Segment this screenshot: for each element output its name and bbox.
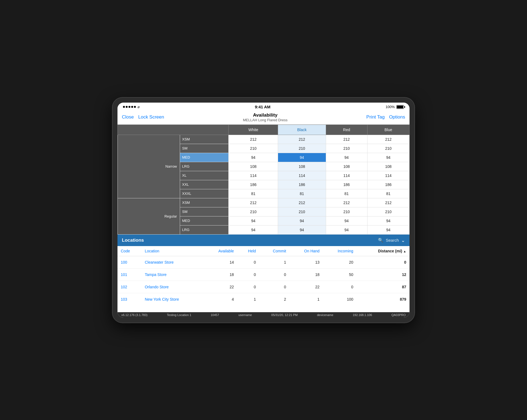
avail-size-cell[interactable]: LRG xyxy=(180,225,229,234)
avail-value-cell[interactable]: 210 xyxy=(278,144,326,153)
location-name[interactable]: New York City Store xyxy=(141,293,203,305)
avail-value-cell[interactable]: 212 xyxy=(229,198,278,207)
avail-value-cell[interactable]: 114 xyxy=(326,171,367,180)
avail-value-cell[interactable]: 212 xyxy=(367,198,409,207)
avail-value-cell[interactable]: 108 xyxy=(326,162,367,171)
avail-value-cell[interactable]: 94 xyxy=(229,216,278,225)
avail-value-cell[interactable]: 186 xyxy=(367,180,409,189)
avail-size-cell[interactable]: XSM xyxy=(180,135,229,144)
avail-value-cell[interactable]: 81 xyxy=(326,189,367,198)
avail-value-cell[interactable]: 81 xyxy=(367,189,409,198)
close-button[interactable]: Close xyxy=(122,114,134,120)
location-distance: 879 xyxy=(357,293,410,305)
location-onhand: 18 xyxy=(289,268,323,281)
avail-value-cell[interactable]: 210 xyxy=(326,144,367,153)
location-row: 103New York City Store4121100879 xyxy=(117,293,410,305)
location-held: 0 xyxy=(237,256,259,268)
avail-value-cell[interactable]: 94 xyxy=(367,216,409,225)
location-code[interactable]: 101 xyxy=(117,268,141,281)
locations-col-header-distance[interactable]: Distance (mi) ▲ xyxy=(357,246,410,256)
status-footer: v6.12.176 (3.1.783) Testing Location 1 1… xyxy=(117,312,410,318)
avail-value-cell[interactable]: 94 xyxy=(326,225,367,234)
locations-col-header-available: Available xyxy=(203,246,237,256)
avail-value-cell[interactable]: 210 xyxy=(229,207,278,216)
location-held: 1 xyxy=(237,293,259,305)
avail-size-cell[interactable]: SM xyxy=(180,207,229,216)
signal-dot-5 xyxy=(134,106,136,108)
status-time: 9:41 AM xyxy=(140,105,386,109)
location-commit: 2 xyxy=(259,293,289,305)
avail-value-cell[interactable]: 114 xyxy=(229,171,278,180)
location-code[interactable]: 102 xyxy=(117,281,141,293)
lock-screen-button[interactable]: Lock Screen xyxy=(138,114,164,120)
location-incoming: 20 xyxy=(323,256,357,268)
col-header-red[interactable]: Red xyxy=(326,125,367,135)
avail-value-cell[interactable]: 212 xyxy=(367,135,409,144)
avail-value-cell[interactable]: 94 xyxy=(367,225,409,234)
location-name[interactable]: Tampa Store xyxy=(141,268,203,281)
avail-value-cell[interactable]: 94 xyxy=(326,153,367,162)
search-label: Search xyxy=(386,238,399,243)
location-name[interactable]: Clearwater Store xyxy=(141,256,203,268)
avail-row: RegularXSM212212212212 xyxy=(118,198,410,207)
avail-value-cell[interactable]: 212 xyxy=(326,135,367,144)
avail-value-cell[interactable]: 114 xyxy=(367,171,409,180)
avail-value-cell[interactable]: 186 xyxy=(326,180,367,189)
status-right: 100% xyxy=(386,105,404,109)
footer-username: username xyxy=(237,313,253,317)
avail-value-cell[interactable]: 212 xyxy=(278,198,326,207)
footer-env: QA03PRO xyxy=(390,313,407,317)
footer-datetime: 05/31/20, 12:21 PM xyxy=(270,313,299,317)
avail-value-cell[interactable]: 212 xyxy=(326,198,367,207)
avail-size-cell[interactable]: LRG xyxy=(180,162,229,171)
avail-size-cell[interactable]: XL xyxy=(180,171,229,180)
print-tag-button[interactable]: Print Tag xyxy=(366,114,385,120)
search-area[interactable]: 🔍 Search ⌄ xyxy=(378,237,405,243)
avail-value-cell[interactable]: 212 xyxy=(229,135,278,144)
avail-value-cell[interactable]: 186 xyxy=(278,180,326,189)
avail-value-cell[interactable]: 210 xyxy=(367,207,409,216)
avail-size-cell[interactable]: MED xyxy=(180,153,229,162)
avail-value-cell[interactable]: 94 xyxy=(326,216,367,225)
col-header-blue[interactable]: Blue xyxy=(367,125,409,135)
options-button[interactable]: Options xyxy=(389,114,405,120)
location-incoming: 50 xyxy=(323,268,357,281)
avail-size-cell[interactable]: XSM xyxy=(180,198,229,207)
location-code[interactable]: 103 xyxy=(117,293,141,305)
avail-value-cell[interactable]: 210 xyxy=(367,144,409,153)
avail-size-cell[interactable]: MED xyxy=(180,216,229,225)
avail-value-cell[interactable]: 210 xyxy=(278,207,326,216)
col-header-black[interactable]: Black xyxy=(278,125,326,135)
avail-value-cell[interactable]: 81 xyxy=(229,189,278,198)
avail-value-cell[interactable]: 81 xyxy=(278,189,326,198)
locations-col-header-onHand: On Hand xyxy=(289,246,323,256)
avail-value-cell[interactable]: 210 xyxy=(229,144,278,153)
location-onhand: 1 xyxy=(289,293,323,305)
avail-value-cell[interactable]: 108 xyxy=(278,162,326,171)
avail-value-cell[interactable]: 94 xyxy=(278,153,326,162)
avail-value-cell[interactable]: 94 xyxy=(229,225,278,234)
avail-value-cell[interactable]: 94 xyxy=(367,153,409,162)
location-commit: 0 xyxy=(259,268,289,281)
battery-percentage: 100% xyxy=(386,105,395,109)
avail-size-cell[interactable]: XXXL xyxy=(180,189,229,198)
avail-value-cell[interactable]: 108 xyxy=(367,162,409,171)
avail-value-cell[interactable]: 94 xyxy=(278,216,326,225)
avail-value-cell[interactable]: 94 xyxy=(278,225,326,234)
avail-value-cell[interactable]: 186 xyxy=(229,180,278,189)
avail-size-cell[interactable]: SM xyxy=(180,144,229,153)
nav-center: Availability MELLAH Long Flared Dress xyxy=(243,112,288,122)
avail-value-cell[interactable]: 114 xyxy=(278,171,326,180)
avail-value-cell[interactable]: 210 xyxy=(326,207,367,216)
location-incoming: 0 xyxy=(323,281,357,293)
avail-value-cell[interactable]: 108 xyxy=(229,162,278,171)
col-header-white[interactable]: White xyxy=(229,125,278,135)
location-code[interactable]: 100 xyxy=(117,256,141,268)
avail-size-cell[interactable]: XXL xyxy=(180,180,229,189)
avail-value-cell[interactable]: 94 xyxy=(229,153,278,162)
location-available: 14 xyxy=(203,256,237,268)
location-name[interactable]: Orlando Store xyxy=(141,281,203,293)
status-left: ⌀ xyxy=(123,105,140,109)
page-subtitle: MELLAH Long Flared Dress xyxy=(243,118,288,122)
avail-value-cell[interactable]: 212 xyxy=(278,135,326,144)
